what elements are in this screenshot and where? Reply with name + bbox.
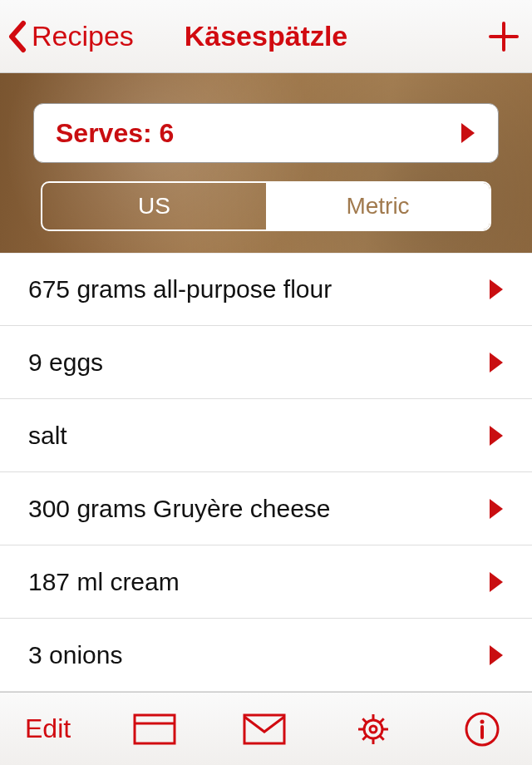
tab-metric[interactable]: Metric bbox=[266, 183, 490, 230]
chevron-right-icon bbox=[489, 352, 504, 373]
list-item[interactable]: 300 grams Gruyère cheese bbox=[0, 472, 532, 545]
svg-marker-7 bbox=[490, 572, 503, 592]
settings-button[interactable] bbox=[348, 711, 398, 748]
svg-marker-5 bbox=[490, 426, 503, 446]
list-item[interactable]: 187 ml cream bbox=[0, 545, 532, 619]
svg-point-12 bbox=[364, 720, 382, 738]
svg-marker-3 bbox=[490, 279, 503, 299]
svg-line-21 bbox=[380, 718, 384, 723]
list-item[interactable]: 9 eggs bbox=[0, 326, 532, 399]
svg-marker-6 bbox=[490, 499, 503, 519]
tab-us[interactable]: US bbox=[42, 183, 266, 230]
svg-point-13 bbox=[370, 726, 377, 733]
mail-button[interactable] bbox=[239, 713, 289, 745]
svg-line-18 bbox=[362, 718, 367, 723]
ingredient-label: 300 grams Gruyère cheese bbox=[28, 495, 489, 523]
ingredient-label: 9 eggs bbox=[28, 348, 489, 377]
gear-icon bbox=[355, 711, 392, 748]
list-item[interactable]: 3 onions bbox=[0, 619, 532, 692]
nav-bar: Recipes Käsespätzle bbox=[0, 0, 532, 73]
mail-icon bbox=[243, 713, 286, 745]
chevron-right-icon bbox=[489, 498, 504, 520]
card-button[interactable] bbox=[130, 713, 180, 745]
ingredient-list: 675 grams all-purpose flour 9 eggs salt … bbox=[0, 253, 532, 692]
add-button[interactable] bbox=[487, 20, 520, 53]
list-item[interactable]: salt bbox=[0, 399, 532, 472]
hero-panel: Serves: 6 US Metric bbox=[0, 73, 532, 253]
ingredient-label: 3 onions bbox=[28, 641, 489, 669]
svg-line-20 bbox=[362, 735, 367, 739]
info-icon bbox=[464, 711, 500, 748]
back-button[interactable]: Recipes bbox=[7, 20, 134, 53]
chevron-right-icon bbox=[489, 571, 504, 593]
svg-marker-2 bbox=[461, 123, 475, 143]
svg-rect-11 bbox=[244, 715, 284, 743]
edit-button[interactable]: Edit bbox=[25, 713, 71, 744]
svg-marker-8 bbox=[490, 645, 503, 665]
chevron-right-icon bbox=[489, 644, 504, 666]
bottom-toolbar: Edit bbox=[0, 692, 532, 765]
ingredient-label: 675 grams all-purpose flour bbox=[28, 275, 489, 304]
info-button[interactable] bbox=[457, 711, 507, 748]
ingredient-label: 187 ml cream bbox=[28, 568, 489, 596]
svg-line-19 bbox=[380, 735, 384, 739]
ingredient-label: salt bbox=[28, 422, 489, 450]
chevron-right-icon bbox=[489, 279, 504, 300]
svg-rect-9 bbox=[135, 715, 175, 743]
unit-segmented-control: US Metric bbox=[41, 181, 491, 231]
back-label: Recipes bbox=[32, 20, 134, 52]
serves-button[interactable]: Serves: 6 bbox=[33, 103, 499, 163]
chevron-right-icon bbox=[489, 425, 504, 447]
list-item[interactable]: 675 grams all-purpose flour bbox=[0, 253, 532, 326]
serves-label: Serves: 6 bbox=[56, 118, 460, 149]
plus-icon bbox=[487, 20, 520, 53]
chevron-right-icon bbox=[460, 121, 476, 145]
card-icon bbox=[133, 713, 176, 745]
svg-point-23 bbox=[480, 719, 484, 723]
svg-marker-4 bbox=[490, 353, 503, 373]
chevron-left-icon bbox=[7, 20, 27, 53]
